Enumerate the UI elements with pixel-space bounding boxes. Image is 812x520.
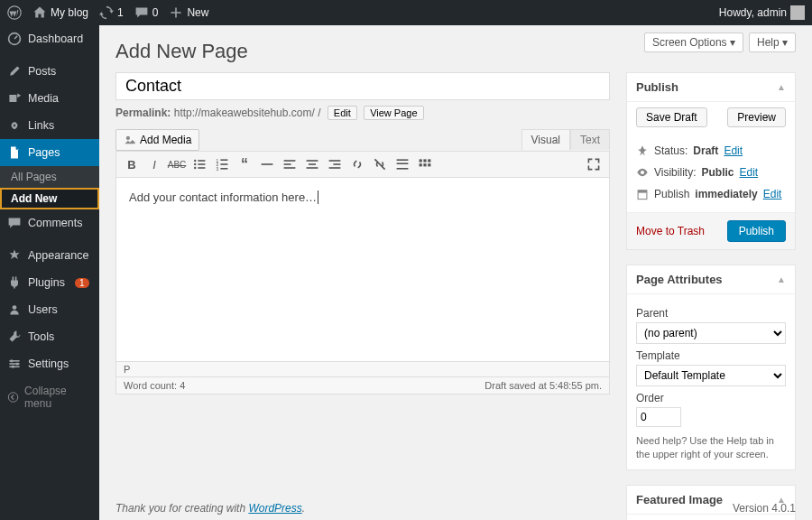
unlink-button[interactable] bbox=[370, 154, 390, 174]
template-select[interactable]: Default Template bbox=[636, 365, 786, 386]
publish-metabox: Publish▲ Save Draft Preview Status: Draf… bbox=[626, 72, 796, 250]
sidebar-item-label: Settings bbox=[28, 358, 69, 370]
visibility-edit-link[interactable]: Edit bbox=[739, 166, 758, 179]
svg-point-13 bbox=[194, 163, 196, 165]
sidebar-item-links[interactable]: Links bbox=[0, 112, 99, 139]
hr-button[interactable] bbox=[257, 154, 277, 174]
help-button[interactable]: Help ▾ bbox=[749, 32, 796, 52]
editor-path: P bbox=[115, 362, 610, 377]
sidebar-item-appearance[interactable]: Appearance bbox=[0, 242, 99, 269]
pin-icon bbox=[636, 144, 649, 157]
svg-point-15 bbox=[194, 167, 196, 169]
svg-rect-27 bbox=[307, 160, 318, 162]
bold-button[interactable]: B bbox=[122, 154, 142, 174]
svg-rect-35 bbox=[397, 168, 409, 170]
sidebar-item-label: Links bbox=[28, 119, 54, 132]
align-left-button[interactable] bbox=[280, 154, 300, 174]
svg-rect-23 bbox=[262, 163, 273, 165]
sidebar-item-posts[interactable]: Posts bbox=[0, 58, 99, 85]
site-link[interactable]: My blog bbox=[32, 5, 88, 20]
editor-text: Add your contact information here… bbox=[129, 190, 317, 204]
new-label: New bbox=[187, 6, 208, 19]
tab-text[interactable]: Text bbox=[570, 129, 610, 150]
publish-button[interactable]: Publish bbox=[727, 220, 786, 242]
permalink-url: http://makeawebsitehub.com/ bbox=[174, 107, 315, 119]
sidebar-item-plugins[interactable]: Plugins1 bbox=[0, 269, 99, 296]
sub-item-add-new[interactable]: Add New bbox=[0, 188, 99, 209]
parent-select[interactable]: (no parent) bbox=[636, 322, 786, 344]
comments-link[interactable]: 0 bbox=[134, 5, 159, 20]
editor-toolbar: B I ABC 123 “ bbox=[115, 151, 610, 178]
svg-point-11 bbox=[194, 160, 196, 162]
quote-button[interactable]: “ bbox=[235, 154, 254, 174]
align-center-button[interactable] bbox=[302, 154, 322, 174]
account-link[interactable]: Howdy, admin bbox=[719, 5, 805, 20]
save-draft-button[interactable]: Save Draft bbox=[636, 107, 707, 127]
page-title-input[interactable] bbox=[115, 72, 610, 100]
visibility-icon bbox=[636, 166, 649, 179]
sidebar-item-settings[interactable]: Settings bbox=[0, 350, 99, 377]
more-button[interactable] bbox=[392, 154, 412, 174]
status-value: Draft bbox=[693, 144, 718, 157]
site-title: My blog bbox=[51, 6, 88, 19]
sidebar-item-label: Users bbox=[28, 303, 58, 316]
svg-point-8 bbox=[12, 366, 14, 368]
order-input[interactable] bbox=[636, 407, 681, 427]
svg-rect-37 bbox=[423, 159, 426, 162]
page-attributes-heading[interactable]: Page Attributes▲ bbox=[627, 265, 795, 294]
number-list-button[interactable]: 123 bbox=[212, 154, 232, 174]
status-edit-link[interactable]: Edit bbox=[724, 144, 743, 157]
toolbar-toggle-button[interactable] bbox=[415, 154, 435, 174]
svg-rect-24 bbox=[284, 160, 296, 162]
tab-visual[interactable]: Visual bbox=[521, 129, 570, 150]
sidebar-item-dashboard[interactable]: Dashboard bbox=[0, 25, 99, 52]
pages-submenu: All Pages Add New bbox=[0, 166, 99, 209]
editor-content[interactable]: Add your contact information here… bbox=[115, 178, 610, 362]
admin-footer: Thank you for creating with WordPress. V… bbox=[115, 502, 796, 515]
collapse-menu[interactable]: Collapse menu bbox=[0, 377, 99, 417]
screen-options-button[interactable]: Screen Options ▾ bbox=[644, 32, 743, 52]
sidebar-item-comments[interactable]: Comments bbox=[0, 209, 99, 237]
wp-logo[interactable] bbox=[7, 5, 22, 20]
collapse-label: Collapse menu bbox=[24, 385, 92, 410]
publish-heading[interactable]: Publish▲ bbox=[627, 73, 795, 102]
italic-button[interactable]: I bbox=[144, 154, 164, 174]
sidebar-item-label: Tools bbox=[28, 330, 54, 343]
sidebar-item-users[interactable]: Users bbox=[0, 296, 99, 323]
schedule-value: immediately bbox=[695, 188, 757, 200]
svg-rect-18 bbox=[220, 159, 227, 161]
svg-rect-22 bbox=[220, 168, 227, 170]
trash-link[interactable]: Move to Trash bbox=[636, 225, 705, 237]
fullscreen-button[interactable] bbox=[584, 154, 604, 174]
svg-rect-43 bbox=[638, 190, 647, 193]
svg-rect-39 bbox=[420, 163, 422, 166]
view-page-button[interactable]: View Page bbox=[364, 106, 423, 120]
wordpress-link[interactable]: WordPress bbox=[248, 502, 301, 515]
svg-point-9 bbox=[8, 393, 17, 402]
svg-text:3: 3 bbox=[217, 167, 219, 172]
visibility-label: Visibility: bbox=[654, 166, 696, 179]
preview-button[interactable]: Preview bbox=[727, 107, 786, 127]
sidebar-item-media[interactable]: Media bbox=[0, 85, 99, 112]
svg-point-7 bbox=[16, 362, 19, 365]
sidebar-item-pages[interactable]: Pages bbox=[0, 139, 99, 166]
schedule-edit-link[interactable]: Edit bbox=[763, 188, 782, 200]
align-right-button[interactable] bbox=[325, 154, 345, 174]
sidebar-item-label: Dashboard bbox=[28, 32, 83, 45]
add-media-button[interactable]: Add Media bbox=[115, 129, 199, 151]
svg-rect-32 bbox=[329, 167, 341, 169]
svg-rect-40 bbox=[423, 163, 426, 166]
sub-item-all-pages[interactable]: All Pages bbox=[0, 166, 99, 188]
strike-button[interactable]: ABC bbox=[167, 154, 187, 174]
new-link[interactable]: New bbox=[169, 5, 208, 20]
svg-point-2 bbox=[13, 305, 17, 310]
permalink-edit-button[interactable]: Edit bbox=[328, 106, 357, 120]
footer-thanks: Thank you for creating with bbox=[115, 502, 248, 515]
sidebar-item-tools[interactable]: Tools bbox=[0, 323, 99, 350]
bullet-list-button[interactable] bbox=[189, 154, 209, 174]
updates-link[interactable]: 1 bbox=[99, 5, 124, 20]
svg-rect-25 bbox=[284, 163, 291, 165]
link-button[interactable] bbox=[347, 154, 367, 174]
admin-toolbar: My blog 1 0 New Howdy, admin bbox=[0, 0, 812, 25]
svg-rect-30 bbox=[329, 160, 341, 162]
